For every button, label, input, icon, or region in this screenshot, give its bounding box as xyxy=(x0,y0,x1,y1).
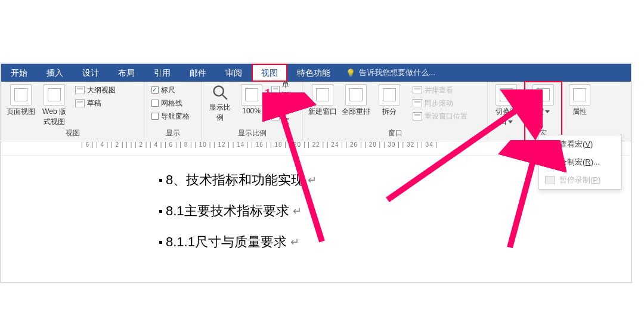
split-icon xyxy=(379,84,400,106)
outline-label: 大纲视图 xyxy=(87,85,116,95)
page-width-icon xyxy=(271,112,280,120)
zoom-100-icon xyxy=(241,84,262,106)
svg-point-0 xyxy=(214,86,224,96)
window-group-label: 窗口 xyxy=(308,127,482,141)
switch-windows-icon xyxy=(496,84,517,106)
tab-insert[interactable]: 插入 xyxy=(37,64,73,82)
macros-dropdown-menu: 查看宏(V) 录制宏(R)... 暂停录制(P) xyxy=(538,135,622,190)
draft-label: 草稿 xyxy=(87,98,101,109)
tab-view[interactable]: 视图 xyxy=(252,64,287,82)
pause-icon xyxy=(545,176,555,184)
zoom-label: 显示比例 xyxy=(206,103,234,123)
gridlines-checkbox[interactable]: 网格线 xyxy=(149,97,192,109)
tab-review[interactable]: 审阅 xyxy=(216,64,252,82)
outline-icon xyxy=(75,86,85,94)
reset-pos-button: 重设窗口位置 xyxy=(410,110,470,122)
svg-line-1 xyxy=(222,95,227,100)
zoom-100-button[interactable]: 100% xyxy=(237,84,265,115)
bullet-icon xyxy=(159,179,162,182)
paragraph-mark-icon: ↵ xyxy=(293,205,302,218)
annotation-number-2: 2 xyxy=(531,104,539,123)
pause-recording-item: 暂停录制(P) xyxy=(539,171,621,189)
print-layout-button[interactable]: 页面视图 xyxy=(6,84,36,117)
draft-view-button[interactable]: 草稿 xyxy=(73,97,118,109)
properties-button[interactable]: 属性 xyxy=(566,84,593,117)
draft-icon xyxy=(75,99,85,107)
outline-view-button[interactable]: 大纲视图 xyxy=(73,84,118,96)
sync-scroll-icon xyxy=(413,99,422,107)
tab-mailings[interactable]: 邮件 xyxy=(180,64,216,82)
one-page-icon xyxy=(271,86,280,94)
checkbox-checked-icon xyxy=(151,86,159,94)
side-by-side-icon xyxy=(413,86,422,94)
print-layout-icon xyxy=(10,84,32,106)
checkbox-icon xyxy=(151,113,159,120)
dropdown-icon xyxy=(545,110,550,113)
new-window-icon xyxy=(312,84,333,106)
annotation-number-3: 3 xyxy=(528,138,537,157)
nav-pane-checkbox[interactable]: 导航窗格 xyxy=(149,110,192,122)
split-button[interactable]: 拆分 xyxy=(374,84,404,117)
multi-page-icon xyxy=(271,99,280,107)
page-width-button[interactable]: 页宽 xyxy=(269,110,298,122)
record-macro-icon xyxy=(545,158,555,166)
zoom-100-label: 100% xyxy=(237,107,265,115)
view-macros-item[interactable]: 查看宏(V) xyxy=(539,135,621,153)
show-group-label: 显示 xyxy=(149,127,196,141)
record-macro-item[interactable]: 录制宏(R)... xyxy=(539,153,621,171)
heading-3: 8.1.1尺寸与质量要求 xyxy=(166,233,287,251)
web-layout-label: Web 版式视图 xyxy=(39,107,69,127)
tab-special[interactable]: 特色功能 xyxy=(287,64,340,82)
sync-scroll-button: 同步滚动 xyxy=(410,97,470,109)
bullet-icon xyxy=(159,241,162,244)
tab-home[interactable]: 开始 xyxy=(1,64,37,82)
bullet-icon xyxy=(159,210,162,213)
side-by-side-button: 并排查看 xyxy=(410,84,470,96)
tab-layout[interactable]: 布局 xyxy=(109,64,144,82)
zoom-button[interactable]: 显示比例 xyxy=(206,84,234,123)
ribbon-tab-bar: 开始 插入 设计 布局 引用 邮件 审阅 视图 特色功能 💡 告诉我您想要做什么… xyxy=(1,64,631,82)
dropdown-icon xyxy=(508,120,513,123)
tab-design[interactable]: 设计 xyxy=(73,64,109,82)
web-layout-button[interactable]: Web 版式视图 xyxy=(39,84,69,127)
heading-2: 8.1主要技术指标要求 xyxy=(166,202,289,220)
print-layout-label: 页面视图 xyxy=(6,107,36,117)
document-page: 8、技术指标和功能实现↵ 8.1主要技术指标要求↵ 8.1.1尺寸与质量要求↵ xyxy=(1,156,631,282)
ruler-checkbox[interactable]: 标尺 xyxy=(149,84,192,96)
magnifier-icon xyxy=(212,84,228,101)
arrange-all-icon xyxy=(345,84,367,106)
paragraph-mark-icon: ↵ xyxy=(290,236,299,249)
checkbox-icon xyxy=(151,100,159,107)
properties-icon xyxy=(569,84,590,106)
macros-icon xyxy=(532,84,554,106)
annotation-number-1: 1 xyxy=(264,85,272,104)
view-macros-icon xyxy=(545,140,555,148)
heading-1: 8、技术指标和功能实现 xyxy=(166,171,304,189)
reset-pos-icon xyxy=(413,112,422,120)
arrange-all-button[interactable]: 全部重排 xyxy=(341,84,371,117)
new-window-button[interactable]: 新建窗口 xyxy=(308,84,338,117)
tell-me-text: 告诉我您想要做什么... xyxy=(359,67,435,78)
zoom-group-label: 显示比例 xyxy=(206,127,298,141)
switch-windows-button[interactable]: 切换窗口 xyxy=(493,84,519,127)
paragraph-mark-icon: ↵ xyxy=(308,174,317,187)
web-layout-icon xyxy=(44,84,65,106)
views-group-label: 视图 xyxy=(6,127,139,141)
tell-me-search[interactable]: 💡 告诉我您想要做什么... xyxy=(340,67,441,78)
tab-references[interactable]: 引用 xyxy=(144,64,180,82)
lightbulb-icon: 💡 xyxy=(346,69,355,78)
